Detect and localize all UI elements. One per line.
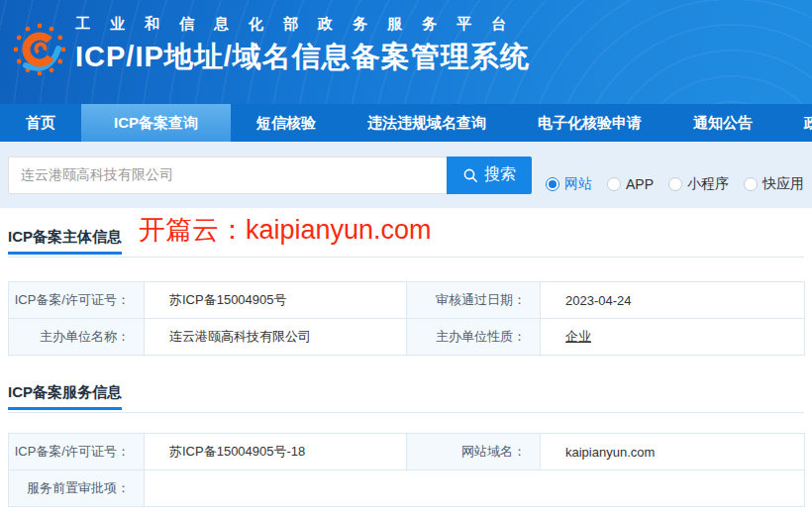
service-icp-license-label: ICP备案/许可证号： <box>9 434 145 470</box>
table-row: ICP备案/许可证号： 苏ICP备15004905号-18 网站域名： kaip… <box>9 434 805 470</box>
nav-item-illegal-domain-query[interactable]: 违法违规域名查询 <box>342 104 512 142</box>
subject-info-table: ICP备案/许可证号： 苏ICP备15004905号 审核通过日期： 2023-… <box>8 281 805 356</box>
system-title: ICP/IP地址/域名信息备案管理系统 <box>75 38 530 77</box>
search-icon <box>462 167 478 183</box>
radio-miniprogram[interactable]: 小程序 <box>668 175 729 193</box>
pre-approval-value <box>145 470 805 507</box>
service-info-table: ICP备案/许可证号： 苏ICP备15004905号-18 网站域名： kaip… <box>8 433 805 507</box>
miit-logo-icon <box>12 22 67 77</box>
radio-quickapp[interactable]: 快应用 <box>744 175 804 193</box>
radio-dot-icon <box>607 177 621 191</box>
search-strip: 搜索 网站 APP 小程序 快应用 <box>0 142 812 208</box>
service-section-title: ICP备案服务信息 <box>8 383 122 410</box>
radio-app[interactable]: APP <box>607 176 654 192</box>
nav-item-icp-query[interactable]: ICP备案查询 <box>81 104 231 142</box>
nav-item-e-verify-apply[interactable]: 电子化核验申请 <box>512 104 667 142</box>
radio-dot-icon <box>546 177 559 191</box>
radio-app-label: APP <box>626 176 654 192</box>
approval-date-value: 2023-04-24 <box>541 282 805 319</box>
platform-slogan: 工业和信息化部政务服务平台 <box>75 15 530 34</box>
search-input[interactable] <box>8 156 447 194</box>
pre-approval-label: 服务前置审批项： <box>9 470 145 507</box>
domain-label: 网站域名： <box>407 434 541 470</box>
nav-item-home[interactable]: 首页 <box>0 104 81 142</box>
domain-value: kaipianyun.com <box>541 434 805 470</box>
organizer-nature-label: 主办单位性质： <box>407 319 541 356</box>
result-content: 开篇云：kaipianyun.com ICP备案主体信息 ICP备案/许可证号：… <box>0 208 812 507</box>
approval-date-label: 审核通过日期： <box>407 282 541 319</box>
nav-item-notices[interactable]: 通知公告 <box>667 104 778 142</box>
radio-quickapp-label: 快应用 <box>762 175 804 193</box>
section-divider <box>8 257 804 258</box>
service-icp-license-value: 苏ICP备15004905号-18 <box>145 434 407 470</box>
search-button[interactable]: 搜索 <box>447 156 532 194</box>
search-type-radio-group: 网站 APP 小程序 快应用 <box>546 175 804 193</box>
radio-website[interactable]: 网站 <box>546 175 592 193</box>
watermark-text: 开篇云：kaipianyun.com <box>139 212 432 248</box>
section-divider <box>8 412 804 413</box>
main-nav: 首页 ICP备案查询 短信核验 违法违规域名查询 电子化核验申请 通知公告 政策… <box>0 104 812 142</box>
organizer-name-value: 连云港颐高科技有限公司 <box>145 319 407 356</box>
nav-item-policy-files[interactable]: 政策文件 <box>778 104 812 142</box>
organizer-name-label: 主办单位名称： <box>9 319 145 356</box>
icp-license-value: 苏ICP备15004905号 <box>145 282 407 319</box>
radio-miniprogram-label: 小程序 <box>687 175 729 193</box>
table-row: 主办单位名称： 连云港颐高科技有限公司 主办单位性质： 企业 <box>9 319 805 356</box>
radio-website-label: 网站 <box>564 175 592 193</box>
search-button-label: 搜索 <box>484 164 516 185</box>
table-row: ICP备案/许可证号： 苏ICP备15004905号 审核通过日期： 2023-… <box>9 282 805 319</box>
organizer-nature-value[interactable]: 企业 <box>565 329 591 344</box>
radio-dot-icon <box>744 177 758 191</box>
subject-section-title: ICP备案主体信息 <box>8 228 122 255</box>
radio-dot-icon <box>668 177 682 191</box>
table-row: 服务前置审批项： <box>9 470 805 507</box>
nav-item-sms-verify[interactable]: 短信核验 <box>231 104 342 142</box>
icp-license-label: ICP备案/许可证号： <box>9 282 145 319</box>
site-header: 工业和信息化部政务服务平台 ICP/IP地址/域名信息备案管理系统 <box>0 0 812 104</box>
